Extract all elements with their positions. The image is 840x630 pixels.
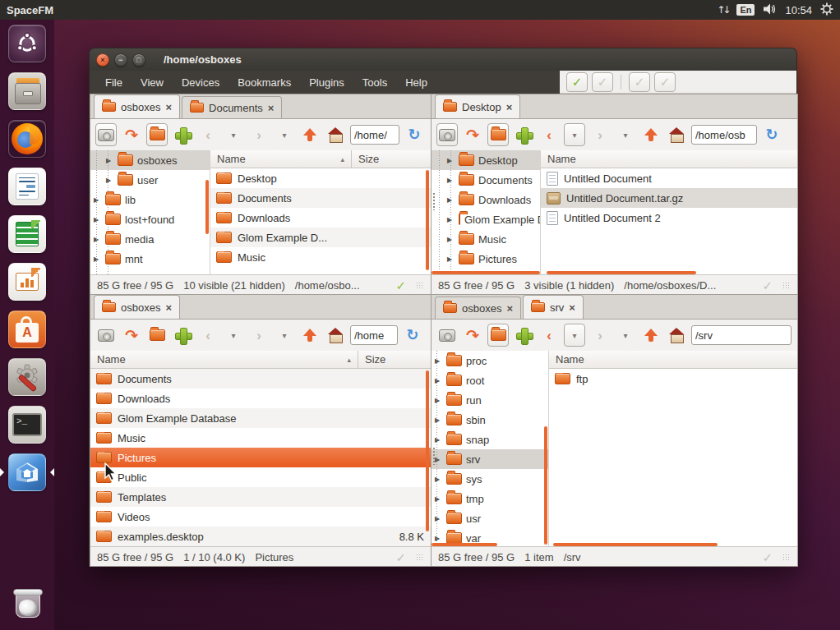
reload-curved-button[interactable]: ↷ xyxy=(121,123,142,146)
file-row-Templates[interactable]: Templates xyxy=(90,487,431,507)
forward-history-dropdown[interactable]: ▾ xyxy=(274,324,295,347)
resize-grip[interactable] xyxy=(782,282,791,290)
refresh-button[interactable]: ↻ xyxy=(796,324,798,347)
tab-close-icon[interactable]: × xyxy=(506,101,513,113)
forward-button[interactable]: › xyxy=(589,324,611,347)
tab-srv[interactable]: srv× xyxy=(523,295,584,319)
reload-curved-button[interactable]: ↷ xyxy=(121,324,142,347)
expander-icon[interactable]: ▶ xyxy=(94,236,101,243)
panel-3-toggle-button[interactable]: ✓ xyxy=(629,72,650,92)
tree-item-Glom Example Database[interactable]: ▶Glom Example Database xyxy=(432,209,540,229)
titlebar[interactable]: × − □ /home/osboxes xyxy=(89,48,797,71)
back-history-dropdown[interactable]: ▾ xyxy=(223,324,244,347)
status-check-icon[interactable]: ✓ xyxy=(762,278,773,293)
tab-close-icon[interactable]: × xyxy=(506,302,513,315)
launcher-item-dash-home[interactable] xyxy=(0,20,54,67)
tree-item-tmp[interactable]: ▶tmp xyxy=(432,489,548,508)
resize-grip[interactable] xyxy=(416,554,424,562)
tree-toggle-button[interactable] xyxy=(487,123,509,146)
new-tab-button[interactable] xyxy=(172,123,193,146)
scrollbar[interactable] xyxy=(544,426,547,545)
column-header-name[interactable]: Name▴ xyxy=(210,150,352,168)
tree-item-root[interactable]: ▶root xyxy=(432,370,548,390)
menu-tools[interactable]: Tools xyxy=(355,73,395,92)
forward-button[interactable]: › xyxy=(589,123,611,146)
back-history-dropdown[interactable]: ▾ xyxy=(223,123,244,146)
home-button[interactable] xyxy=(325,123,346,146)
tab-close-icon[interactable]: × xyxy=(165,101,172,113)
tab-osboxes[interactable]: osboxes× xyxy=(435,297,521,319)
back-history-dropdown[interactable]: ▾ xyxy=(564,123,585,146)
devices-button[interactable] xyxy=(436,324,458,347)
tree-item-srv[interactable]: ▶srv xyxy=(432,449,548,469)
menu-file[interactable]: File xyxy=(98,73,130,92)
back-history-dropdown[interactable]: ▾ xyxy=(564,324,585,347)
tree-item-sbin[interactable]: ▶sbin xyxy=(432,410,548,430)
tree-item-Pictures[interactable]: ▶Pictures xyxy=(432,249,540,269)
home-button[interactable] xyxy=(666,123,687,146)
tree-item-sys[interactable]: ▶sys xyxy=(432,469,548,489)
forward-history-dropdown[interactable]: ▾ xyxy=(274,123,295,146)
refresh-button[interactable]: ↻ xyxy=(761,123,782,146)
column-header-size[interactable]: Size xyxy=(358,351,431,368)
forward-history-dropdown[interactable]: ▾ xyxy=(615,123,636,146)
devices-button[interactable] xyxy=(95,123,117,146)
tab-close-icon[interactable]: × xyxy=(165,301,172,314)
file-row-Untitled Document[interactable]: Untitled Document xyxy=(541,168,797,188)
vertical-splitter-grip[interactable] xyxy=(432,447,436,465)
devices-button[interactable] xyxy=(95,324,117,347)
scrollbar[interactable] xyxy=(553,543,718,546)
clock[interactable]: 10:54 xyxy=(785,4,812,16)
menu-bookmarks[interactable]: Bookmarks xyxy=(230,73,298,92)
resize-grip[interactable] xyxy=(416,282,424,290)
vertical-splitter-grip[interactable] xyxy=(432,192,436,210)
file-row-Documents[interactable]: Documents xyxy=(210,188,431,208)
tree-item-Music[interactable]: ▶Music xyxy=(432,229,540,249)
file-row-Music[interactable]: Music xyxy=(210,247,431,267)
launcher-item-terminal[interactable]: >_ xyxy=(0,401,54,448)
tree-toggle-button[interactable] xyxy=(146,324,168,347)
forward-button[interactable]: › xyxy=(248,324,270,347)
maximize-button[interactable]: □ xyxy=(132,53,145,67)
tree-toggle-button[interactable] xyxy=(146,123,168,146)
menu-devices[interactable]: Devices xyxy=(174,73,227,92)
forward-button[interactable]: › xyxy=(248,123,270,146)
column-header-size[interactable]: Size xyxy=(352,150,431,168)
volume-icon[interactable] xyxy=(763,3,777,17)
tree-item-Desktop[interactable]: ▶Desktop xyxy=(432,150,540,170)
up-button[interactable] xyxy=(640,324,662,347)
file-row-ftp[interactable]: ftp xyxy=(549,369,797,389)
panel-2-toggle-button[interactable]: ✓ xyxy=(592,72,613,92)
path-input[interactable] xyxy=(691,325,792,345)
menu-help[interactable]: Help xyxy=(398,73,435,92)
launcher-item-system-settings[interactable] xyxy=(0,353,54,401)
close-button[interactable]: × xyxy=(96,53,109,67)
refresh-button[interactable]: ↻ xyxy=(404,123,425,146)
file-row-Videos[interactable]: Videos xyxy=(90,507,431,527)
scrollbar[interactable] xyxy=(426,170,429,270)
back-button[interactable]: ‹ xyxy=(538,324,560,347)
file-row-Glom Example Database[interactable]: Glom Example Database xyxy=(90,408,431,428)
new-tab-button[interactable] xyxy=(513,324,534,347)
updown-arrows-icon[interactable]: ↑↓ xyxy=(717,4,728,16)
file-row-Desktop[interactable]: Desktop xyxy=(210,168,431,188)
tree-item-proc[interactable]: ▶proc xyxy=(432,351,548,370)
keyboard-layout-indicator[interactable]: En xyxy=(736,4,755,16)
expander-icon[interactable]: ▶ xyxy=(94,255,101,263)
up-button[interactable] xyxy=(299,123,321,146)
launcher-item-libreoffice-calc[interactable] xyxy=(0,210,54,258)
file-row-Downloads[interactable]: Downloads xyxy=(210,208,431,228)
menu-plugins[interactable]: Plugins xyxy=(302,73,352,92)
up-button[interactable] xyxy=(299,324,321,347)
tab-Desktop[interactable]: Desktop× xyxy=(435,94,520,118)
panel-4-toggle-button[interactable]: ✓ xyxy=(654,72,676,92)
back-button[interactable]: ‹ xyxy=(197,324,219,347)
tree-item-run[interactable]: ▶run xyxy=(432,390,548,410)
column-header-name[interactable]: Name xyxy=(549,351,797,368)
launcher-item-libreoffice-writer[interactable] xyxy=(0,163,54,210)
resize-grip[interactable] xyxy=(782,554,791,562)
scrollbar[interactable] xyxy=(432,543,497,546)
up-button[interactable] xyxy=(640,123,662,146)
file-row-Glom Example D...[interactable]: Glom Example D... xyxy=(210,228,431,247)
tree-item-snap[interactable]: ▶snap xyxy=(432,430,548,449)
